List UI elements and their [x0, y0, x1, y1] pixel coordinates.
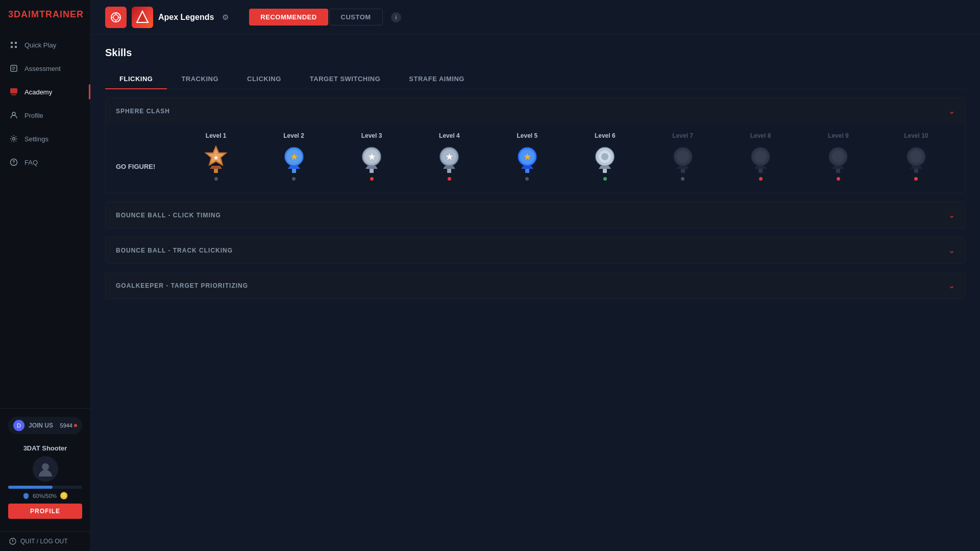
exercise-row-label: GO FIGURE! — [116, 132, 177, 170]
medal-4[interactable]: ★ — [437, 144, 461, 181]
xp-bar-background — [8, 486, 82, 489]
logo-aimtrainer: AIMTRAINER — [21, 9, 84, 19]
medal-dot-4 — [448, 177, 451, 181]
level-col-5: Level 5 ★ — [488, 132, 566, 181]
grey-medal-10-icon — [904, 144, 928, 173]
xp-label: 60%/50% 🪙 — [8, 492, 82, 499]
medal-7[interactable] — [671, 144, 695, 181]
discord-icon: D — [13, 420, 24, 431]
sidebar-item-settings[interactable]: Settings — [0, 127, 90, 151]
join-us-row[interactable]: D JOIN US 5944 — [8, 417, 82, 434]
points-dot — [74, 424, 77, 427]
main-content: Apex Legends ⚙ RECOMMENDED CUSTOM i Skil… — [91, 0, 980, 551]
level-label-3: Level 3 — [361, 132, 382, 139]
silver2-star-medal-icon: ★ — [437, 144, 461, 173]
level-label-2: Level 2 — [283, 132, 304, 139]
svg-text:★: ★ — [524, 153, 531, 161]
info-icon[interactable]: i — [391, 12, 401, 22]
exercise-sphere-clash-header[interactable]: SPHERE CLASH ⌄ — [106, 98, 965, 124]
tab-flicking[interactable]: FLICKING — [105, 69, 167, 89]
level-col-2: Level 2 ★ — [255, 132, 332, 181]
levels-grid: GO FIGURE! Level 1 ★ — [116, 132, 955, 181]
exercise-sphere-clash-title: SPHERE CLASH — [116, 108, 170, 115]
sidebar-item-assessment[interactable]: Assessment — [0, 57, 90, 80]
level-col-6: Level 6 — [566, 132, 644, 181]
medal-dot-10 — [914, 177, 918, 181]
exercise-bounce-ball-track: BOUNCE BALL - TRACK CLICKING ⌄ — [105, 237, 966, 264]
exercise-sphere-clash-chevron: ⌄ — [948, 106, 955, 116]
sidebar-item-faq[interactable]: FAQ — [0, 151, 90, 174]
medal-2[interactable]: ★ — [282, 144, 306, 181]
profile-icon — [9, 111, 18, 120]
sidebar-item-academy[interactable]: Academy — [0, 80, 90, 104]
exercise-goalkeeper: GOALKEEPER - TARGET PRIORITIZING ⌄ — [105, 272, 966, 299]
sidebar-item-profile[interactable]: Profile — [0, 104, 90, 127]
game-settings-icon[interactable]: ⚙ — [222, 13, 229, 22]
medal-dot-8 — [759, 177, 763, 181]
bronze-star-medal-icon: ★ — [204, 144, 228, 173]
faq-icon — [9, 158, 18, 167]
quit-logout-button[interactable]: QUIT / LOG OUT — [0, 531, 90, 551]
svg-rect-1 — [10, 88, 17, 93]
exercise-goalkeeper-title: GOALKEEPER - TARGET PRIORITIZING — [116, 282, 248, 289]
sidebar-item-label: Assessment — [24, 65, 61, 72]
exercise-bounce-ball-track-chevron: ⌄ — [948, 245, 955, 255]
custom-tab-button[interactable]: CUSTOM — [329, 9, 383, 26]
medal-6[interactable] — [593, 144, 617, 181]
level-label-1: Level 1 — [206, 132, 227, 139]
points-badge: 5944 — [60, 422, 77, 429]
medal-3[interactable]: ★ — [359, 144, 384, 181]
join-us-label: JOIN US — [29, 422, 53, 429]
level-label-4: Level 4 — [439, 132, 460, 139]
exercise-bounce-ball-click-header[interactable]: BOUNCE BALL - CLICK TIMING ⌄ — [106, 202, 965, 228]
svg-text:★: ★ — [446, 153, 453, 161]
sidebar-item-label: Academy — [24, 88, 52, 96]
medal-1[interactable]: ★ — [204, 144, 228, 181]
sidebar-item-quickplay[interactable]: Quick Play — [0, 33, 90, 57]
level-col-8: Level 8 — [722, 132, 799, 181]
medal-8[interactable] — [748, 144, 773, 181]
silver-circle-medal-icon — [593, 144, 617, 173]
svg-point-51 — [910, 151, 922, 163]
exercise-bounce-ball-click-title: BOUNCE BALL - CLICK TIMING — [116, 212, 221, 219]
medal-dot-7 — [681, 177, 684, 181]
shield-icon — [22, 492, 30, 499]
level-col-3: Level 3 ★ — [333, 132, 410, 181]
game-name: Apex Legends — [158, 13, 214, 22]
svg-point-10 — [113, 15, 118, 20]
medal-10[interactable] — [904, 144, 928, 181]
tab-clicking[interactable]: CLICKING — [233, 69, 296, 89]
level-col-10: Level 10 — [877, 132, 955, 181]
nav-items: Quick Play Assessment Academy — [0, 29, 90, 408]
tab-strafe-aiming[interactable]: STRAFE AIMING — [395, 69, 479, 89]
points-value: 5944 — [60, 422, 72, 429]
medal-dot-3 — [370, 177, 374, 181]
level-label-8: Level 8 — [750, 132, 771, 139]
xp-bar-wrap — [8, 486, 82, 489]
game-icon-wrap: Apex Legends ⚙ — [105, 7, 229, 28]
exercise-bounce-ball-click: BOUNCE BALL - CLICK TIMING ⌄ — [105, 202, 966, 229]
aim-trainer-icon — [105, 7, 127, 28]
skills-title: Skills — [105, 47, 966, 59]
grey-medal-9-icon — [826, 144, 850, 173]
svg-rect-2 — [11, 94, 16, 95]
profile-button[interactable]: PROFILE — [8, 504, 82, 519]
xp-bar-fill — [8, 486, 53, 489]
recommended-tab-button[interactable]: RECOMMENDED — [249, 9, 328, 26]
medal-9[interactable] — [826, 144, 850, 181]
tab-target-switching[interactable]: TARGET SWITCHING — [296, 69, 395, 89]
svg-point-7 — [42, 463, 49, 470]
svg-text:★: ★ — [290, 153, 298, 161]
level-col-7: Level 7 — [644, 132, 721, 181]
exercise-bounce-ball-track-header[interactable]: BOUNCE BALL - TRACK CLICKING ⌄ — [106, 237, 965, 263]
sidebar-item-label: Quick Play — [24, 41, 56, 49]
medal-5[interactable]: ★ — [515, 144, 540, 181]
level-label-6: Level 6 — [595, 132, 616, 139]
tab-tracking[interactable]: TRACKING — [167, 69, 233, 89]
skill-tabs: FLICKING TRACKING CLICKING TARGET SWITCH… — [105, 69, 966, 89]
exercise-goalkeeper-chevron: ⌄ — [948, 281, 955, 290]
svg-text:★: ★ — [368, 153, 376, 161]
medal-dot-9 — [837, 177, 840, 181]
svg-point-48 — [832, 151, 844, 163]
exercise-goalkeeper-header[interactable]: GOALKEEPER - TARGET PRIORITIZING ⌄ — [106, 272, 965, 298]
